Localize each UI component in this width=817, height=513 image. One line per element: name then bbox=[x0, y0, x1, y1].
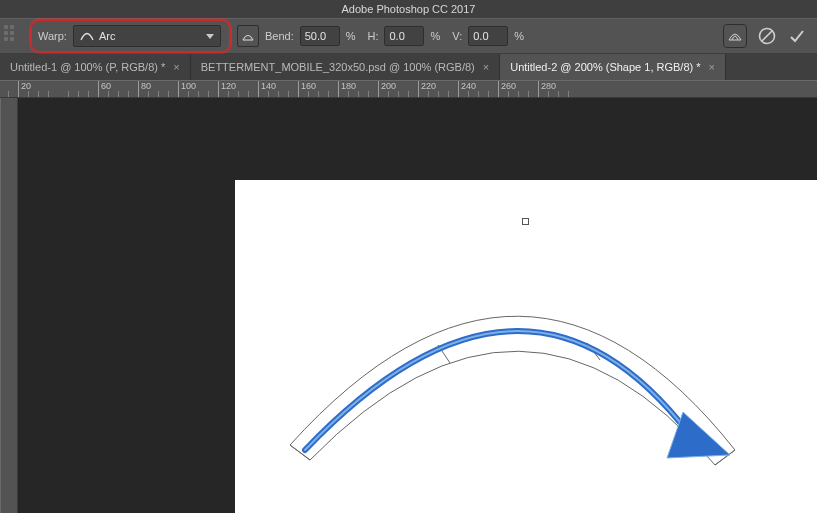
bend-unit: % bbox=[346, 30, 356, 42]
workspace[interactable] bbox=[0, 98, 817, 513]
options-grip[interactable] bbox=[4, 25, 20, 47]
photoshop-window: Adobe Photoshop CC 2017 Warp: Arc Bend: … bbox=[0, 0, 817, 513]
vertical-ruler[interactable] bbox=[0, 98, 18, 513]
warp-orientation-button[interactable] bbox=[237, 25, 259, 47]
bend-label: Bend: bbox=[265, 30, 294, 42]
commit-transform-button[interactable] bbox=[787, 26, 807, 46]
close-tab-button[interactable]: × bbox=[483, 61, 489, 73]
warp-label: Warp: bbox=[38, 30, 67, 42]
document-tab[interactable]: BETTERMENT_MOBILE_320x50.psd @ 100% (RGB… bbox=[191, 54, 500, 80]
document-tab[interactable]: Untitled-1 @ 100% (P, RGB/8) *× bbox=[0, 54, 191, 80]
document-tabs: Untitled-1 @ 100% (P, RGB/8) *×BETTERMEN… bbox=[0, 54, 817, 80]
v-label: V: bbox=[452, 30, 462, 42]
ruler-tick: 60 bbox=[98, 81, 111, 98]
ruler-tick: 80 bbox=[138, 81, 151, 98]
bend-input[interactable] bbox=[300, 26, 340, 46]
transform-handle[interactable] bbox=[522, 218, 529, 225]
h-unit: % bbox=[430, 30, 440, 42]
ruler-tick: 20 bbox=[18, 81, 31, 98]
warp-style-dropdown[interactable]: Arc bbox=[73, 25, 221, 47]
orientation-icon bbox=[240, 28, 256, 44]
chevron-down-icon bbox=[206, 34, 214, 39]
horizontal-ruler[interactable]: 206080100120140160180200220240260280 bbox=[0, 80, 817, 98]
warp-style-value: Arc bbox=[99, 30, 116, 42]
close-tab-button[interactable]: × bbox=[709, 61, 715, 73]
document-canvas[interactable] bbox=[235, 180, 817, 513]
h-input[interactable] bbox=[384, 26, 424, 46]
document-tab-label: Untitled-2 @ 200% (Shape 1, RGB/8) * bbox=[510, 61, 700, 73]
warp-mesh-icon bbox=[726, 27, 744, 45]
h-label: H: bbox=[367, 30, 378, 42]
document-tab-label: Untitled-1 @ 100% (P, RGB/8) * bbox=[10, 61, 165, 73]
svg-line-1 bbox=[762, 31, 772, 41]
v-input[interactable] bbox=[468, 26, 508, 46]
close-tab-button[interactable]: × bbox=[173, 61, 179, 73]
cancel-transform-button[interactable] bbox=[757, 26, 777, 46]
arc-icon bbox=[80, 30, 94, 42]
toggle-warp-mesh-button[interactable] bbox=[723, 24, 747, 48]
warped-shape-layer[interactable] bbox=[235, 180, 817, 513]
document-tab[interactable]: Untitled-2 @ 200% (Shape 1, RGB/8) *× bbox=[500, 54, 726, 80]
warp-style-highlight: Warp: Arc bbox=[30, 19, 231, 53]
transform-options-bar: Warp: Arc Bend: % H: % V: % bbox=[0, 18, 817, 54]
document-tab-label: BETTERMENT_MOBILE_320x50.psd @ 100% (RGB… bbox=[201, 61, 475, 73]
window-titlebar[interactable]: Adobe Photoshop CC 2017 bbox=[0, 0, 817, 18]
v-unit: % bbox=[514, 30, 524, 42]
window-title: Adobe Photoshop CC 2017 bbox=[342, 3, 476, 15]
